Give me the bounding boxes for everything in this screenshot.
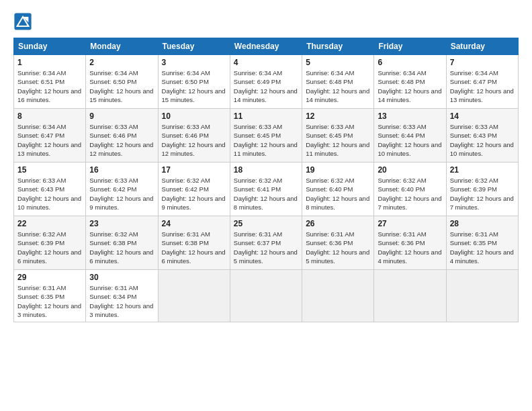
calendar-day-cell: 18 Sunrise: 6:32 AMSunset: 6:41 PMDaylig… <box>230 163 302 216</box>
calendar-day-cell: 11 Sunrise: 6:33 AMSunset: 6:45 PMDaylig… <box>230 109 302 163</box>
calendar-day-cell: 22 Sunrise: 6:32 AMSunset: 6:39 PMDaylig… <box>14 216 86 270</box>
day-info: Sunrise: 6:32 AMSunset: 6:40 PMDaylight:… <box>378 176 442 212</box>
calendar-day-cell: 7 Sunrise: 6:34 AMSunset: 6:47 PMDayligh… <box>446 55 518 109</box>
calendar-day-cell: 5 Sunrise: 6:34 AMSunset: 6:48 PMDayligh… <box>302 55 374 109</box>
day-info: Sunrise: 6:33 AMSunset: 6:45 PMDaylight:… <box>306 122 370 158</box>
day-info: Sunrise: 6:34 AMSunset: 6:50 PMDaylight:… <box>162 68 226 104</box>
day-number: 7 <box>450 58 515 67</box>
day-number: 1 <box>17 58 82 67</box>
logo <box>13 12 34 31</box>
day-info: Sunrise: 6:32 AMSunset: 6:42 PMDaylight:… <box>162 176 226 212</box>
day-info: Sunrise: 6:33 AMSunset: 6:46 PMDaylight:… <box>162 122 226 158</box>
calendar-week-row: 8 Sunrise: 6:34 AMSunset: 6:47 PMDayligh… <box>14 109 519 163</box>
day-number: 2 <box>89 58 154 67</box>
calendar-week-row: 29 Sunrise: 6:31 AMSunset: 6:35 PMDaylig… <box>14 270 519 322</box>
day-info: Sunrise: 6:32 AMSunset: 6:38 PMDaylight:… <box>89 230 154 265</box>
day-number: 25 <box>234 219 298 228</box>
calendar-day-cell <box>374 270 446 322</box>
calendar-week-row: 1 Sunrise: 6:34 AMSunset: 6:51 PMDayligh… <box>14 55 519 109</box>
calendar-day-cell: 10 Sunrise: 6:33 AMSunset: 6:46 PMDaylig… <box>158 109 230 163</box>
calendar-week-row: 22 Sunrise: 6:32 AMSunset: 6:39 PMDaylig… <box>14 216 519 270</box>
page: SundayMondayTuesdayWednesdayThursdayFrid… <box>0 0 532 411</box>
day-number: 9 <box>89 111 154 121</box>
calendar-day-cell: 2 Sunrise: 6:34 AMSunset: 6:50 PMDayligh… <box>86 55 158 109</box>
day-info: Sunrise: 6:34 AMSunset: 6:49 PMDaylight:… <box>234 68 298 104</box>
day-number: 5 <box>306 58 370 67</box>
day-number: 10 <box>162 111 226 121</box>
day-number: 16 <box>89 165 154 175</box>
day-number: 30 <box>89 273 154 282</box>
calendar-day-cell: 13 Sunrise: 6:33 AMSunset: 6:44 PMDaylig… <box>374 109 446 163</box>
day-info: Sunrise: 6:32 AMSunset: 6:41 PMDaylight:… <box>234 176 298 212</box>
day-info: Sunrise: 6:33 AMSunset: 6:43 PMDaylight:… <box>17 176 82 212</box>
calendar-header-cell: Monday <box>86 38 158 55</box>
calendar-day-cell <box>302 270 374 322</box>
day-number: 6 <box>378 58 442 67</box>
calendar-day-cell: 28 Sunrise: 6:31 AMSunset: 6:35 PMDaylig… <box>446 216 518 270</box>
day-info: Sunrise: 6:33 AMSunset: 6:45 PMDaylight:… <box>234 122 298 158</box>
day-number: 18 <box>234 165 298 175</box>
calendar-day-cell: 3 Sunrise: 6:34 AMSunset: 6:50 PMDayligh… <box>158 55 230 109</box>
calendar-header-cell: Friday <box>374 38 446 55</box>
day-number: 24 <box>162 219 226 228</box>
calendar-day-cell: 23 Sunrise: 6:32 AMSunset: 6:38 PMDaylig… <box>86 216 158 270</box>
day-info: Sunrise: 6:32 AMSunset: 6:40 PMDaylight:… <box>306 176 370 212</box>
calendar-day-cell <box>230 270 302 322</box>
day-number: 22 <box>17 219 82 228</box>
day-info: Sunrise: 6:32 AMSunset: 6:39 PMDaylight:… <box>450 176 515 212</box>
calendar-day-cell: 9 Sunrise: 6:33 AMSunset: 6:46 PMDayligh… <box>86 109 158 163</box>
calendar-header-cell: Thursday <box>302 38 374 55</box>
day-info: Sunrise: 6:34 AMSunset: 6:48 PMDaylight:… <box>378 68 442 104</box>
calendar-day-cell: 16 Sunrise: 6:33 AMSunset: 6:42 PMDaylig… <box>86 163 158 216</box>
day-info: Sunrise: 6:31 AMSunset: 6:35 PMDaylight:… <box>17 283 82 319</box>
calendar-day-cell: 15 Sunrise: 6:33 AMSunset: 6:43 PMDaylig… <box>14 163 86 216</box>
day-number: 23 <box>89 219 154 228</box>
day-number: 28 <box>450 219 515 228</box>
day-info: Sunrise: 6:31 AMSunset: 6:35 PMDaylight:… <box>450 230 515 265</box>
calendar-header-cell: Saturday <box>446 38 518 55</box>
calendar-day-cell: 19 Sunrise: 6:32 AMSunset: 6:40 PMDaylig… <box>302 163 374 216</box>
day-info: Sunrise: 6:33 AMSunset: 6:46 PMDaylight:… <box>89 122 154 158</box>
day-number: 19 <box>306 165 370 175</box>
day-info: Sunrise: 6:31 AMSunset: 6:34 PMDaylight:… <box>89 283 154 319</box>
day-info: Sunrise: 6:32 AMSunset: 6:39 PMDaylight:… <box>17 230 82 265</box>
day-number: 13 <box>378 111 442 121</box>
day-number: 11 <box>234 111 298 121</box>
day-number: 20 <box>378 165 442 175</box>
calendar-header-cell: Tuesday <box>158 38 230 55</box>
day-info: Sunrise: 6:34 AMSunset: 6:48 PMDaylight:… <box>306 68 370 104</box>
calendar-day-cell: 20 Sunrise: 6:32 AMSunset: 6:40 PMDaylig… <box>374 163 446 216</box>
logo-icon <box>13 12 32 31</box>
day-number: 14 <box>450 111 515 121</box>
calendar-day-cell: 14 Sunrise: 6:33 AMSunset: 6:43 PMDaylig… <box>446 109 518 163</box>
day-number: 26 <box>306 219 370 228</box>
calendar-table: SundayMondayTuesdayWednesdayThursdayFrid… <box>13 38 519 322</box>
day-info: Sunrise: 6:34 AMSunset: 6:47 PMDaylight:… <box>17 122 82 158</box>
day-info: Sunrise: 6:31 AMSunset: 6:36 PMDaylight:… <box>378 230 442 265</box>
header <box>13 12 519 31</box>
day-info: Sunrise: 6:34 AMSunset: 6:51 PMDaylight:… <box>17 68 82 104</box>
calendar-day-cell: 21 Sunrise: 6:32 AMSunset: 6:39 PMDaylig… <box>446 163 518 216</box>
calendar-day-cell: 27 Sunrise: 6:31 AMSunset: 6:36 PMDaylig… <box>374 216 446 270</box>
day-info: Sunrise: 6:31 AMSunset: 6:37 PMDaylight:… <box>234 230 298 265</box>
day-number: 29 <box>17 273 82 282</box>
calendar-header-cell: Sunday <box>14 38 86 55</box>
calendar-day-cell: 26 Sunrise: 6:31 AMSunset: 6:36 PMDaylig… <box>302 216 374 270</box>
day-info: Sunrise: 6:34 AMSunset: 6:50 PMDaylight:… <box>89 68 154 104</box>
day-info: Sunrise: 6:34 AMSunset: 6:47 PMDaylight:… <box>450 68 515 104</box>
calendar-day-cell: 25 Sunrise: 6:31 AMSunset: 6:37 PMDaylig… <box>230 216 302 270</box>
day-number: 27 <box>378 219 442 228</box>
calendar-day-cell: 6 Sunrise: 6:34 AMSunset: 6:48 PMDayligh… <box>374 55 446 109</box>
day-info: Sunrise: 6:33 AMSunset: 6:44 PMDaylight:… <box>378 122 442 158</box>
calendar-day-cell: 4 Sunrise: 6:34 AMSunset: 6:49 PMDayligh… <box>230 55 302 109</box>
day-number: 17 <box>162 165 226 175</box>
calendar-day-cell <box>446 270 518 322</box>
day-info: Sunrise: 6:33 AMSunset: 6:42 PMDaylight:… <box>89 176 154 212</box>
calendar-header-row: SundayMondayTuesdayWednesdayThursdayFrid… <box>14 38 519 55</box>
day-number: 21 <box>450 165 515 175</box>
day-info: Sunrise: 6:33 AMSunset: 6:43 PMDaylight:… <box>450 122 515 158</box>
day-info: Sunrise: 6:31 AMSunset: 6:38 PMDaylight:… <box>162 230 226 265</box>
calendar-day-cell: 1 Sunrise: 6:34 AMSunset: 6:51 PMDayligh… <box>14 55 86 109</box>
calendar-day-cell: 30 Sunrise: 6:31 AMSunset: 6:34 PMDaylig… <box>86 270 158 322</box>
day-info: Sunrise: 6:31 AMSunset: 6:36 PMDaylight:… <box>306 230 370 265</box>
